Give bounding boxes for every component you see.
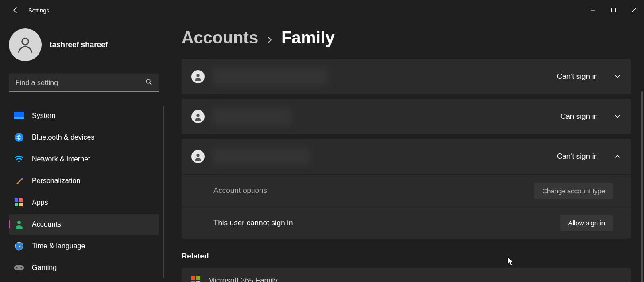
- scrollbar[interactable]: [641, 91, 643, 282]
- sidebar-item-gaming[interactable]: Gaming: [9, 258, 159, 278]
- main-content: Accounts Family Can't sign in: [168, 20, 644, 282]
- sidebar-item-network[interactable]: Network & internet: [9, 149, 159, 169]
- breadcrumb: Accounts Family: [182, 28, 631, 47]
- svg-rect-14: [19, 203, 23, 206]
- person-icon: [191, 150, 205, 163]
- svg-rect-12: [19, 198, 23, 202]
- sidebar-item-system[interactable]: System: [9, 106, 159, 126]
- related-heading: Related: [182, 252, 631, 261]
- svg-rect-18: [14, 265, 24, 270]
- expanded-options: Account options Change account type This…: [182, 174, 631, 239]
- svg-point-10: [18, 161, 20, 162]
- search-box[interactable]: [9, 74, 159, 92]
- close-button[interactable]: [624, 0, 644, 20]
- sidebar-item-time-language[interactable]: Time & language: [9, 236, 159, 256]
- allow-signin-button[interactable]: Allow sign in: [560, 215, 613, 231]
- sidebar-item-label: Apps: [32, 199, 48, 207]
- nav-list: System Bluetooth & devices Network & int…: [9, 106, 164, 278]
- svg-point-19: [16, 267, 18, 269]
- sidebar-item-label: System: [32, 112, 55, 120]
- family-member-card[interactable]: Can sign in: [182, 99, 631, 134]
- signin-status: Can't sign in: [557, 72, 598, 81]
- signin-status: Can sign in: [560, 112, 598, 121]
- sidebar-item-label: Accounts: [32, 220, 61, 228]
- chevron-down-icon: [614, 113, 621, 121]
- avatar: [9, 28, 42, 61]
- sidebar-item-apps[interactable]: Apps: [9, 192, 159, 213]
- back-button[interactable]: [10, 4, 21, 16]
- sidebar-item-label: Bluetooth & devices: [32, 133, 94, 141]
- profile-block[interactable]: tashreef shareef: [9, 28, 164, 61]
- related-item[interactable]: Microsoft 365 Family: [182, 268, 631, 282]
- family-member-header[interactable]: Can't sign in: [182, 139, 631, 174]
- maximize-button[interactable]: [603, 0, 624, 20]
- svg-point-20: [21, 267, 22, 269]
- sidebar-item-label: Gaming: [32, 264, 57, 272]
- svg-point-21: [196, 74, 199, 77]
- app-title: Settings: [28, 7, 49, 14]
- sidebar-item-personalization[interactable]: Personalization: [9, 171, 159, 191]
- chevron-up-icon: [614, 153, 621, 161]
- sidebar-item-label: Personalization: [32, 177, 80, 185]
- family-member-card[interactable]: Can't sign in: [182, 59, 631, 94]
- svg-point-23: [196, 154, 199, 157]
- gamepad-icon: [14, 263, 24, 273]
- svg-rect-11: [15, 198, 18, 202]
- member-name-redacted: [213, 108, 292, 125]
- change-account-type-button[interactable]: Change account type: [534, 183, 613, 199]
- window-controls: [583, 0, 644, 20]
- svg-rect-8: [14, 117, 24, 119]
- sidebar-item-bluetooth[interactable]: Bluetooth & devices: [9, 127, 159, 148]
- family-member-card-expanded: Can't sign in Account options Change acc…: [182, 139, 631, 239]
- member-name-redacted: [213, 148, 310, 165]
- sidebar: tashreef shareef System Bluetooth & devi…: [0, 20, 168, 282]
- microsoft-logo-icon: [191, 276, 200, 282]
- breadcrumb-parent[interactable]: Accounts: [182, 28, 258, 47]
- svg-rect-13: [15, 203, 18, 206]
- person-icon: [191, 70, 205, 83]
- account-options-label: Account options: [213, 186, 267, 195]
- svg-point-15: [17, 221, 21, 224]
- signin-state-label: This user cannot sign in: [213, 219, 293, 227]
- related-item-label: Microsoft 365 Family: [208, 276, 278, 282]
- member-name-redacted: [213, 68, 328, 86]
- svg-point-22: [196, 114, 199, 117]
- search-icon: [145, 78, 153, 87]
- person-icon: [14, 219, 24, 229]
- apps-icon: [14, 198, 24, 208]
- sidebar-item-label: Time & language: [32, 242, 85, 250]
- svg-point-4: [22, 38, 29, 45]
- paintbrush-icon: [14, 176, 24, 186]
- breadcrumb-current: Family: [281, 28, 334, 47]
- monitor-icon: [14, 111, 24, 121]
- bluetooth-icon: [14, 133, 24, 142]
- svg-line-6: [150, 83, 151, 85]
- person-icon: [191, 110, 205, 123]
- wifi-icon: [14, 154, 24, 164]
- sidebar-item-label: Network & internet: [32, 155, 90, 163]
- titlebar: Settings: [0, 0, 644, 20]
- svg-point-5: [146, 79, 150, 83]
- search-input[interactable]: [16, 79, 145, 87]
- chevron-right-icon: [266, 34, 273, 46]
- chevron-down-icon: [614, 73, 621, 81]
- signin-status: Can't sign in: [557, 152, 598, 161]
- svg-rect-1: [612, 8, 616, 12]
- minimize-button[interactable]: [583, 0, 603, 20]
- profile-name: tashreef shareef: [50, 40, 108, 49]
- clock-globe-icon: [14, 241, 24, 251]
- sidebar-item-accounts[interactable]: Accounts: [9, 214, 159, 235]
